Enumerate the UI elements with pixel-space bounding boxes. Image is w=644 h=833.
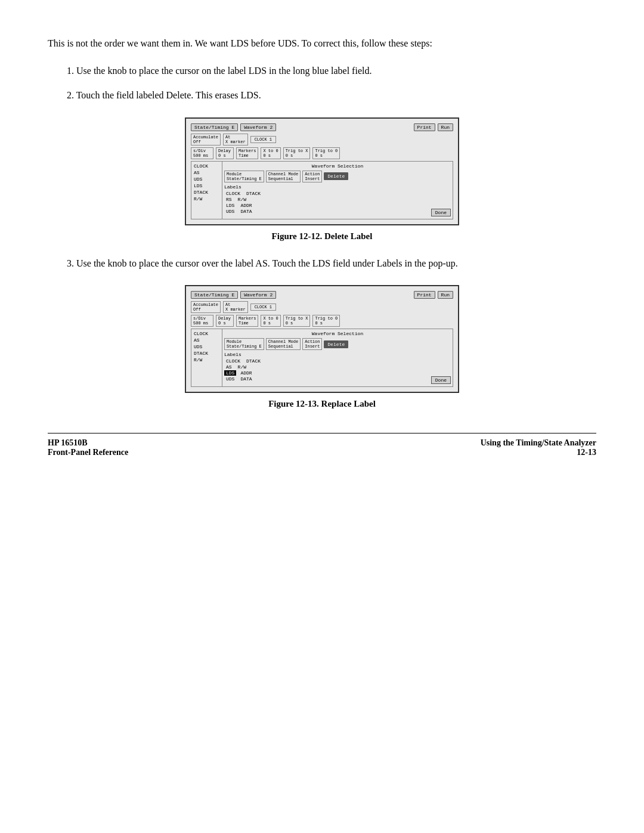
- screen2-waveform-header: Waveform Selection: [224, 331, 451, 336]
- screen1-module-label: Module: [227, 172, 262, 176]
- screen1-clock-label: CLOCK: [255, 137, 267, 142]
- screen1-ch-dtack: DTACK: [193, 189, 221, 196]
- screen1-label-data[interactable]: DATA: [239, 209, 253, 216]
- screen2-sdiv-label: s/Div: [193, 316, 211, 321]
- screen2-markers-val: Time: [239, 321, 256, 326]
- screen2-state-timing-btn[interactable]: State/Timing E: [191, 291, 238, 299]
- screen1-trig0-val: 0 s: [315, 153, 338, 158]
- page-content: This is not the order we want them in. W…: [0, 0, 644, 493]
- screen1-label-addr[interactable]: ADDR: [239, 203, 253, 208]
- screen1-labels-header: Labels: [224, 184, 451, 190]
- screen1-label-lds[interactable]: LDS: [224, 203, 236, 208]
- screen2-clock-label: CLOCK: [255, 305, 267, 309]
- screen1-label-uds[interactable]: UDS: [224, 209, 236, 216]
- screen1-sdiv-val: 500 ms: [193, 153, 211, 158]
- figure-12-12-caption: Figure 12-12. Delete Label: [272, 231, 373, 241]
- screen1-trigx-label: Trig to X: [286, 148, 308, 153]
- screen1-labels-section: Labels CLOCK DTACK RS R/W LDS ADDR: [224, 184, 451, 216]
- screen2-label-as[interactable]: AS: [224, 364, 234, 370]
- screen1-row3: s/Div 500 ms Delay 0 s Markers Time X to…: [191, 147, 453, 159]
- screen2-ch-rw: R/W: [193, 357, 221, 363]
- screen2-delete-btn[interactable]: Delete: [324, 340, 348, 348]
- screen1-x0-label: X to 0: [263, 148, 278, 153]
- figure-12-13-screen: State/Timing E Waveform 2 Print Run Accu…: [185, 285, 459, 393]
- screen2-ch-mode-val: Sequential: [268, 344, 298, 349]
- screen2-waveform-btn[interactable]: Waveform 2: [240, 291, 276, 299]
- screen2-done-btn[interactable]: Done: [431, 376, 451, 384]
- screen1-at-label: At: [225, 135, 246, 140]
- figure-12-13-caption: Figure 12-13. Replace Label: [268, 399, 376, 409]
- screen2-x0-label: X to 0: [263, 316, 278, 321]
- screen2-run-btn[interactable]: Run: [438, 291, 453, 299]
- screen1-delay-label: Delay: [218, 148, 231, 153]
- screen2-ch-as: AS: [193, 337, 221, 343]
- screen2-action-row: Module State/Timing E Channel Mode Seque…: [224, 338, 451, 350]
- screen2-labels-section: Labels CLOCK DTACK AS R/W LDS ADDR: [224, 352, 451, 384]
- footer-right: Using the Timing/State Analyzer 12-13: [481, 438, 596, 457]
- screen1-waveform-header: Waveform Selection: [224, 163, 451, 169]
- screen2-accumulate-label: Accumulate: [193, 302, 218, 307]
- screen1-waveform-btn[interactable]: Waveform 2: [240, 123, 276, 131]
- screen2-ch-uds: UDS: [193, 343, 221, 350]
- screen1-label-rw[interactable]: R/W: [236, 197, 248, 202]
- screen2-label-rw[interactable]: R/W: [236, 364, 248, 370]
- step-1: 1. Use the knob to place the cursor on t…: [67, 63, 596, 79]
- screen2-action-val: Insert: [305, 344, 320, 349]
- footer-page: 12-13: [481, 448, 596, 457]
- footer-model: HP 16510B: [48, 438, 128, 448]
- screen1-print-btn[interactable]: Print: [414, 123, 435, 131]
- screen1-ch-rw: R/W: [193, 196, 221, 202]
- screen2-label-row-4: UDS DATA Done: [224, 376, 451, 384]
- intro-paragraph: This is not the order we want them in. W…: [48, 36, 596, 51]
- step-3: 3. Use the knob to place the cursor over…: [67, 256, 596, 271]
- screen1-label-rs[interactable]: RS: [224, 197, 234, 202]
- screen1-sdiv-label: s/Div: [193, 148, 211, 153]
- screen2-ch-dtack: DTACK: [193, 350, 221, 357]
- screen1-label-clock[interactable]: CLOCK: [224, 191, 242, 196]
- screen2-sdiv-val: 500 ms: [193, 321, 211, 326]
- screen2-markers-label: Markers: [239, 316, 256, 321]
- screen2-trig0-val: 0 s: [315, 321, 338, 326]
- screen2-trig0-label: Trig to 0: [315, 316, 338, 321]
- screen1-top-bar: State/Timing E Waveform 2 Print Run: [191, 123, 453, 131]
- screen2-x0-val: 0 s: [263, 321, 278, 326]
- screen2-print-btn[interactable]: Print: [414, 291, 435, 299]
- screen2-label-data[interactable]: DATA: [239, 376, 253, 384]
- footer-left: HP 16510B Front-Panel Reference: [48, 438, 128, 457]
- footer-title: Using the Timing/State Analyzer: [481, 438, 596, 448]
- screen1-label-dtack[interactable]: DTACK: [244, 191, 262, 196]
- screen1-action-row: Module State/Timing E Channel Mode Seque…: [224, 171, 451, 182]
- screen2-trigx-label: Trig to X: [286, 316, 308, 321]
- screen2-label-addr[interactable]: ADDR: [239, 370, 253, 376]
- screen2-module-label: Module: [227, 339, 262, 344]
- screen1-module-val: State/Timing E: [227, 176, 262, 181]
- screen2-label-row-1: CLOCK DTACK: [224, 358, 451, 364]
- screen1-delete-btn[interactable]: Delete: [324, 172, 348, 180]
- screen2-label-row-3: LDS ADDR: [224, 370, 451, 376]
- screen1-clock-val: 1: [270, 137, 272, 142]
- screen1-trig0-label: Trig to 0: [315, 148, 338, 153]
- screen1-ch-clock: CLOCK: [193, 163, 221, 169]
- screen1-accumulate-val: Off: [193, 140, 218, 144]
- screen2-label-row-2: AS R/W: [224, 364, 451, 370]
- footer: HP 16510B Front-Panel Reference Using th…: [48, 433, 596, 457]
- screen1-ch-lds: LDS: [193, 182, 221, 189]
- screen2-accumulate-val: Off: [193, 307, 218, 312]
- screen1-action-val: Insert: [305, 176, 320, 181]
- screen2-label-clock[interactable]: CLOCK: [224, 358, 242, 364]
- screen2-row2: Accumulate Off At X marker CLOCK 1: [191, 301, 453, 313]
- screen2-label-dtack[interactable]: DTACK: [244, 358, 262, 364]
- screen1-state-timing-btn[interactable]: State/Timing E: [191, 123, 238, 131]
- screen2-label-lds-highlighted[interactable]: LDS: [224, 370, 236, 376]
- screen1-row2: Accumulate Off At X marker CLOCK 1: [191, 134, 453, 145]
- screen1-run-btn[interactable]: Run: [438, 123, 453, 131]
- figure-12-13-container: State/Timing E Waveform 2 Print Run Accu…: [48, 285, 596, 409]
- screen2-at-label: At: [225, 302, 246, 307]
- figure-12-12-container: State/Timing E Waveform 2 Print Run Accu…: [48, 117, 596, 241]
- screen1-ch-mode-val: Sequential: [268, 176, 298, 181]
- screen2-label-uds[interactable]: UDS: [224, 376, 236, 384]
- screen1-label-row-2: RS R/W: [224, 197, 451, 202]
- screen2-top-bar: State/Timing E Waveform 2 Print Run: [191, 291, 453, 299]
- screen1-ch-mode-label: Channel Mode: [268, 172, 298, 176]
- screen1-done-btn[interactable]: Done: [431, 209, 451, 216]
